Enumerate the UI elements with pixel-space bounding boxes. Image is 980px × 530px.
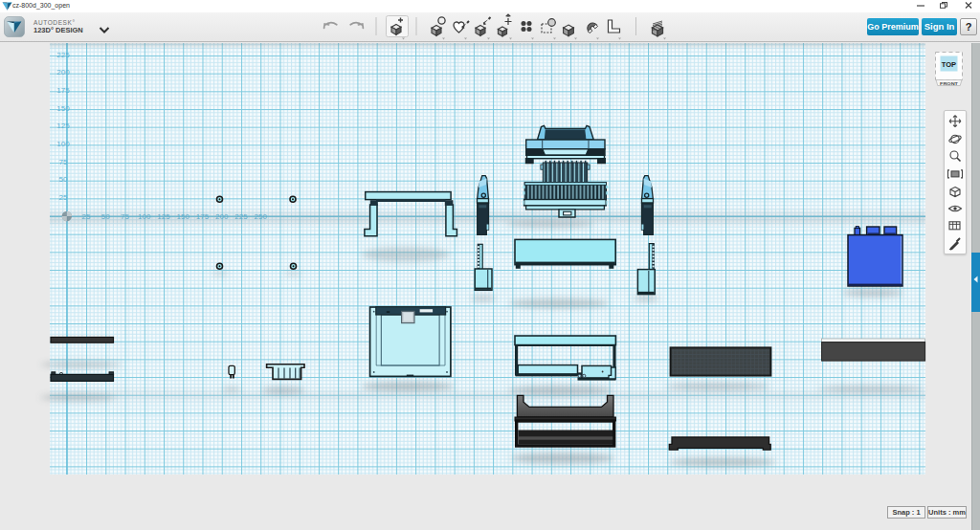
svg-text:75: 75 xyxy=(59,158,68,166)
svg-text:FRONT: FRONT xyxy=(940,82,958,86)
svg-text:150: 150 xyxy=(56,104,70,113)
svg-text:125: 125 xyxy=(56,121,70,130)
svg-text:225: 225 xyxy=(56,51,70,59)
svg-text:175: 175 xyxy=(56,86,70,95)
svg-text:TOP: TOP xyxy=(942,60,956,69)
svg-text:25: 25 xyxy=(59,193,68,202)
svg-text:100: 100 xyxy=(56,140,70,148)
svg-text:50: 50 xyxy=(59,175,68,184)
svg-text:200: 200 xyxy=(56,68,70,77)
